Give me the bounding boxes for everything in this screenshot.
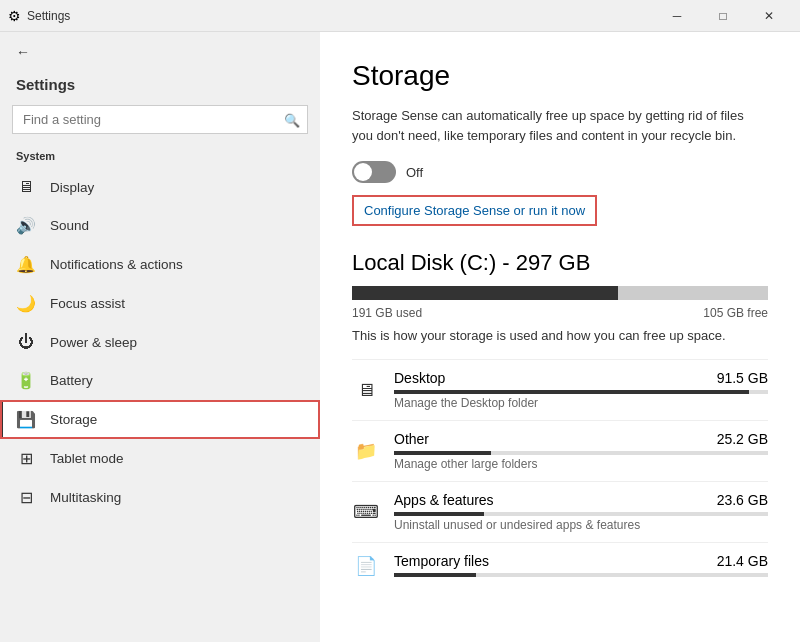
notifications-icon: 🔔 [16, 255, 36, 274]
minimize-button[interactable]: ─ [654, 0, 700, 32]
content-area: Storage Storage Sense can automatically … [320, 32, 800, 642]
sidebar-item-storage[interactable]: 💾 Storage [0, 400, 320, 439]
desktop-name-row: Desktop 91.5 GB [394, 370, 768, 386]
sidebar-item-label: Focus assist [50, 296, 125, 311]
search-icon: 🔍 [284, 112, 300, 127]
sidebar-item-label: Power & sleep [50, 335, 137, 350]
other-size: 25.2 GB [717, 431, 768, 447]
storage-item-apps[interactable]: ⌨ Apps & features 23.6 GB Uninstall unus… [352, 481, 768, 542]
storage-item-other[interactable]: 📁 Other 25.2 GB Manage other large folde… [352, 420, 768, 481]
titlebar: ⚙ Settings ─ □ ✕ [0, 0, 800, 32]
temp-icon: 📄 [352, 555, 380, 577]
desktop-icon: 🖥 [352, 380, 380, 401]
apps-icon: ⌨ [352, 501, 380, 523]
temp-name: Temporary files [394, 553, 489, 569]
close-button[interactable]: ✕ [746, 0, 792, 32]
disk-title: Local Disk (C:) - 297 GB [352, 250, 768, 276]
sidebar-item-label: Multitasking [50, 490, 121, 505]
storage-description: This is how your storage is used and how… [352, 328, 768, 343]
sidebar-item-sound[interactable]: 🔊 Sound [0, 206, 320, 245]
sidebar-item-battery[interactable]: 🔋 Battery [0, 361, 320, 400]
temp-bar-fill [394, 573, 476, 577]
settings-icon: ⚙ [8, 8, 21, 24]
power-icon: ⏻ [16, 333, 36, 351]
temp-size: 21.4 GB [717, 553, 768, 569]
other-info: Other 25.2 GB Manage other large folders [394, 431, 768, 471]
other-bar-fill [394, 451, 491, 455]
temp-bar [394, 573, 768, 577]
page-title: Storage [352, 60, 768, 92]
sidebar-item-notifications[interactable]: 🔔 Notifications & actions [0, 245, 320, 284]
temp-name-row: Temporary files 21.4 GB [394, 553, 768, 569]
focus-icon: 🌙 [16, 294, 36, 313]
apps-size: 23.6 GB [717, 492, 768, 508]
apps-bar [394, 512, 768, 516]
titlebar-title: Settings [27, 9, 654, 23]
search-container: 🔍 [12, 105, 308, 134]
sidebar-item-label: Display [50, 180, 94, 195]
storage-bar [352, 286, 768, 300]
section-title: System [0, 146, 320, 168]
sidebar-item-label: Sound [50, 218, 89, 233]
configure-link[interactable]: Configure Storage Sense or run it now [352, 195, 597, 226]
sidebar-item-power[interactable]: ⏻ Power & sleep [0, 323, 320, 361]
sidebar-item-focus[interactable]: 🌙 Focus assist [0, 284, 320, 323]
apps-sub: Uninstall unused or undesired apps & fea… [394, 518, 768, 532]
other-icon: 📁 [352, 440, 380, 462]
multitasking-icon: ⊟ [16, 488, 36, 507]
storage-icon: 💾 [16, 410, 36, 429]
used-label: 191 GB used [352, 306, 422, 320]
sidebar-item-multitasking[interactable]: ⊟ Multitasking [0, 478, 320, 517]
other-bar [394, 451, 768, 455]
desktop-name: Desktop [394, 370, 445, 386]
sidebar-item-display[interactable]: 🖥 Display [0, 168, 320, 206]
free-label: 105 GB free [703, 306, 768, 320]
description-text: Storage Sense can automatically free up … [352, 106, 768, 145]
desktop-size: 91.5 GB [717, 370, 768, 386]
battery-icon: 🔋 [16, 371, 36, 390]
sound-icon: 🔊 [16, 216, 36, 235]
sidebar-item-label: Battery [50, 373, 93, 388]
other-name: Other [394, 431, 429, 447]
sidebar-item-label: Notifications & actions [50, 257, 183, 272]
back-icon: ← [16, 44, 30, 60]
storage-sense-toggle[interactable] [352, 161, 396, 183]
storage-item-desktop[interactable]: 🖥 Desktop 91.5 GB Manage the Desktop fol… [352, 359, 768, 420]
storage-bar-container [352, 286, 768, 300]
storage-item-temp[interactable]: 📄 Temporary files 21.4 GB [352, 542, 768, 589]
sidebar-item-label: Storage [50, 412, 97, 427]
temp-info: Temporary files 21.4 GB [394, 553, 768, 579]
main-container: ← Settings 🔍 System 🖥 Display 🔊 Sound 🔔 … [0, 32, 800, 642]
tablet-icon: ⊞ [16, 449, 36, 468]
storage-bar-used [352, 286, 618, 300]
desktop-bar [394, 390, 768, 394]
sidebar: ← Settings 🔍 System 🖥 Display 🔊 Sound 🔔 … [0, 32, 320, 642]
sidebar-item-tablet[interactable]: ⊞ Tablet mode [0, 439, 320, 478]
toggle-knob [354, 163, 372, 181]
search-input[interactable] [12, 105, 308, 134]
apps-name: Apps & features [394, 492, 494, 508]
toggle-row: Off [352, 161, 768, 183]
desktop-bar-fill [394, 390, 749, 394]
desktop-sub: Manage the Desktop folder [394, 396, 768, 410]
other-name-row: Other 25.2 GB [394, 431, 768, 447]
apps-bar-fill [394, 512, 484, 516]
apps-info: Apps & features 23.6 GB Uninstall unused… [394, 492, 768, 532]
storage-bar-labels: 191 GB used 105 GB free [352, 306, 768, 320]
toggle-label: Off [406, 165, 423, 180]
apps-name-row: Apps & features 23.6 GB [394, 492, 768, 508]
desktop-info: Desktop 91.5 GB Manage the Desktop folde… [394, 370, 768, 410]
display-icon: 🖥 [16, 178, 36, 196]
app-title: Settings [0, 72, 320, 105]
sidebar-item-label: Tablet mode [50, 451, 124, 466]
maximize-button[interactable]: □ [700, 0, 746, 32]
titlebar-controls: ─ □ ✕ [654, 0, 792, 32]
back-button[interactable]: ← [0, 32, 320, 72]
other-sub: Manage other large folders [394, 457, 768, 471]
